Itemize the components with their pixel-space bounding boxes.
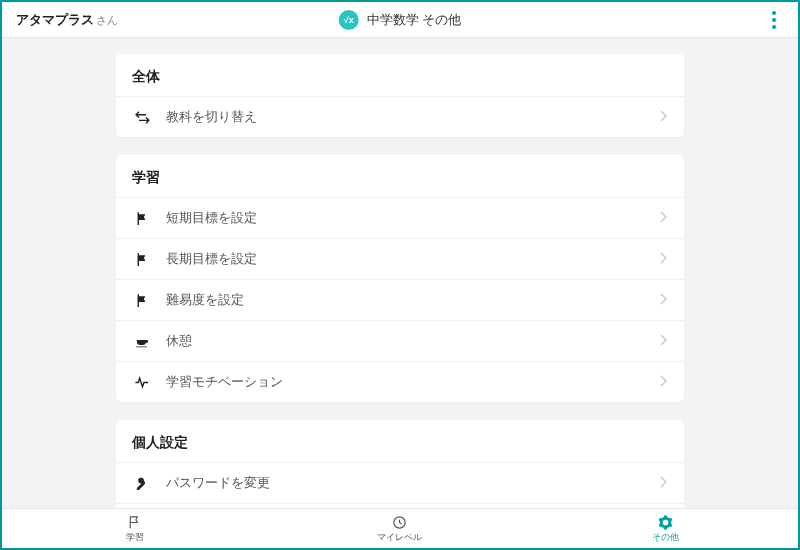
swap-icon: [132, 107, 152, 127]
pulse-icon: [132, 372, 152, 392]
username: アタマプラス: [16, 11, 94, 29]
row-label: 難易度を設定: [166, 292, 660, 309]
row-label: 休憩: [166, 333, 660, 350]
chevron-right-icon: [660, 373, 668, 391]
section-title: 全体: [116, 54, 684, 96]
row-label: パスワードを変更: [166, 475, 660, 492]
chevron-right-icon: [660, 250, 668, 268]
row-label: 学習モチベーション: [166, 374, 660, 391]
header-user: アタマプラス さん: [16, 11, 118, 29]
settings-scroll-area[interactable]: 全体 教科を切り替え 学習 短期目標を設定: [2, 38, 798, 508]
chevron-right-icon: [660, 474, 668, 492]
username-suffix: さん: [96, 13, 118, 28]
gear-icon: [657, 514, 674, 531]
subject-icon: √x: [339, 10, 359, 30]
flag-outline-icon: [126, 514, 143, 531]
row-break[interactable]: 休憩: [116, 320, 684, 361]
subject-title: 中学数学 その他: [367, 11, 462, 29]
nav-item-mylevel[interactable]: マイレベル: [267, 509, 532, 548]
clock-icon: [391, 514, 408, 531]
row-label: 短期目標を設定: [166, 210, 660, 227]
flag-icon: [132, 290, 152, 310]
nav-item-study[interactable]: 学習: [2, 509, 267, 548]
header-title-group: √x 中学数学 その他: [339, 10, 462, 30]
chevron-right-icon: [660, 108, 668, 126]
section-study: 学習 短期目標を設定 長期目標を設定: [116, 155, 684, 402]
nav-label: 学習: [126, 532, 144, 544]
chevron-right-icon: [660, 332, 668, 350]
header: アタマプラス さん √x 中学数学 その他: [2, 2, 798, 38]
section-overall: 全体 教科を切り替え: [116, 54, 684, 137]
section-title: 個人設定: [116, 420, 684, 462]
section-personal: 個人設定 パスワードを変更 学年を変更: [116, 420, 684, 508]
key-icon: [132, 473, 152, 493]
flag-icon: [132, 249, 152, 269]
chevron-right-icon: [660, 209, 668, 227]
flag-icon: [132, 208, 152, 228]
chevron-right-icon: [660, 291, 668, 309]
kebab-menu-icon[interactable]: [764, 10, 784, 30]
bottom-nav: 学習 マイレベル その他: [2, 508, 798, 548]
row-label: 長期目標を設定: [166, 251, 660, 268]
row-switch-subject[interactable]: 教科を切り替え: [116, 96, 684, 137]
nav-label: マイレベル: [377, 532, 422, 544]
row-motivation[interactable]: 学習モチベーション: [116, 361, 684, 402]
row-long-term-goal[interactable]: 長期目標を設定: [116, 238, 684, 279]
row-change-password[interactable]: パスワードを変更: [116, 462, 684, 503]
row-difficulty[interactable]: 難易度を設定: [116, 279, 684, 320]
row-label: 教科を切り替え: [166, 109, 660, 126]
section-title: 学習: [116, 155, 684, 197]
row-short-term-goal[interactable]: 短期目標を設定: [116, 197, 684, 238]
nav-label: その他: [652, 532, 679, 544]
nav-item-other[interactable]: その他: [533, 509, 798, 548]
coffee-icon: [132, 331, 152, 351]
